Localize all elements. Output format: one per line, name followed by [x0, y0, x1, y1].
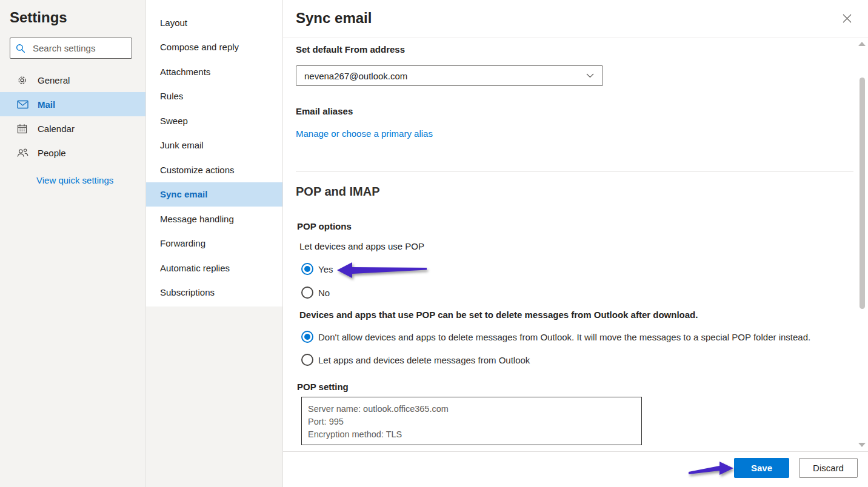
discard-button[interactable]: Discard — [799, 458, 858, 478]
radio-selected-icon[interactable] — [301, 331, 313, 343]
email-aliases-label: Email aliases — [296, 106, 353, 116]
nav-item-subscriptions[interactable]: Subscriptions — [146, 280, 282, 305]
radio-let-delete[interactable]: Let apps and devices delete messages fro… — [301, 354, 530, 366]
pop-imap-heading: POP and IMAP — [296, 185, 380, 199]
mail-settings-nav: Layout Compose and reply Attachments Rul… — [146, 0, 282, 306]
radio-pop-no[interactable]: No — [301, 287, 330, 299]
gear-icon — [17, 75, 38, 85]
nav-item-sweep[interactable]: Sweep — [146, 108, 282, 133]
scrollbar-up-arrow[interactable] — [858, 42, 866, 46]
sidebar-item-calendar[interactable]: Calendar — [0, 116, 145, 141]
radio-label: Don't allow devices and apps to delete m… — [318, 332, 810, 342]
nav-item-forwarding[interactable]: Forwarding — [146, 231, 282, 256]
sidebar-item-people[interactable]: People — [0, 141, 145, 165]
radio-unselected-icon[interactable] — [301, 287, 313, 299]
settings-title: Settings — [10, 9, 67, 26]
view-quick-settings-link[interactable]: View quick settings — [36, 175, 113, 185]
annotation-arrow-yes — [335, 259, 429, 282]
close-button[interactable] — [841, 12, 853, 24]
nav-item-junk-email[interactable]: Junk email — [146, 133, 282, 158]
nav-item-layout[interactable]: Layout — [146, 10, 282, 35]
sidebar-items: General Mail — [0, 68, 145, 165]
mail-icon — [17, 100, 38, 109]
search-icon — [16, 44, 25, 53]
radio-unselected-icon[interactable] — [301, 354, 313, 366]
pop-enabled-question: Let devices and apps use POP — [299, 241, 424, 251]
radio-label: No — [318, 288, 330, 298]
radio-dont-allow-delete[interactable]: Don't allow devices and apps to delete m… — [301, 331, 810, 343]
pop-options-label: POP options — [297, 221, 352, 231]
calendar-icon — [17, 124, 38, 134]
scrollbar-thumb[interactable] — [860, 78, 865, 309]
header-divider — [283, 38, 868, 38]
sidebar-item-label: General — [38, 75, 70, 85]
radio-label: Yes — [318, 264, 333, 274]
from-address-dropdown[interactable]: nevena267@outlook.com — [296, 65, 603, 86]
column-divider — [145, 0, 146, 487]
pop-encryption-line: Encryption method: TLS — [308, 428, 635, 441]
search-settings-box[interactable] — [10, 38, 132, 59]
pop-setting-box: Server name: outlook.office365.com Port:… — [301, 397, 642, 445]
save-button[interactable]: Save — [734, 458, 789, 478]
radio-pop-yes[interactable]: Yes — [301, 263, 333, 275]
nav-item-message-handling[interactable]: Message handling — [146, 207, 282, 231]
arrow-left-glyph — [337, 262, 427, 278]
radio-selected-icon[interactable] — [301, 263, 313, 275]
sidebar-item-label: People — [38, 148, 66, 158]
people-icon — [17, 148, 38, 157]
sidebar-item-label: Calendar — [38, 124, 75, 134]
sync-email-panel: Sync email Set default From address neve… — [283, 0, 868, 487]
footer-divider — [283, 451, 868, 452]
pop-delete-question: Devices and apps that use POP can be set… — [299, 310, 698, 320]
settings-sidebar: Settings General — [0, 0, 283, 487]
nav-item-automatic-replies[interactable]: Automatic replies — [146, 256, 282, 280]
nav-item-rules[interactable]: Rules — [146, 84, 282, 109]
outlook-settings-window: Settings General — [0, 0, 868, 487]
pop-port-line: Port: 995 — [308, 416, 635, 428]
pop-setting-label: POP setting — [297, 382, 349, 392]
search-input[interactable] — [32, 42, 125, 54]
sidebar-item-mail[interactable]: Mail — [0, 92, 145, 116]
from-address-value: nevena267@outlook.com — [304, 71, 407, 81]
sidebar-item-general[interactable]: General — [0, 68, 145, 92]
close-icon — [843, 14, 852, 23]
scrollbar-down-arrow[interactable] — [858, 443, 866, 447]
chevron-down-icon — [586, 73, 594, 78]
nav-item-customize-actions[interactable]: Customize actions — [146, 157, 282, 182]
annotation-arrow-save — [687, 456, 736, 482]
section-divider — [296, 171, 853, 172]
nav-item-compose-and-reply[interactable]: Compose and reply — [146, 35, 282, 60]
nav-item-sync-email[interactable]: Sync email — [146, 182, 282, 207]
page-title: Sync email — [296, 10, 372, 27]
arrow-right-glyph — [689, 462, 733, 475]
radio-label: Let apps and devices delete messages fro… — [318, 355, 530, 365]
from-address-label: Set default From address — [296, 44, 405, 55]
sidebar-item-label: Mail — [38, 99, 55, 110]
nav-item-attachments[interactable]: Attachments — [146, 59, 282, 84]
pop-server-line: Server name: outlook.office365.com — [308, 403, 635, 416]
manage-alias-link[interactable]: Manage or choose a primary alias — [296, 128, 433, 139]
